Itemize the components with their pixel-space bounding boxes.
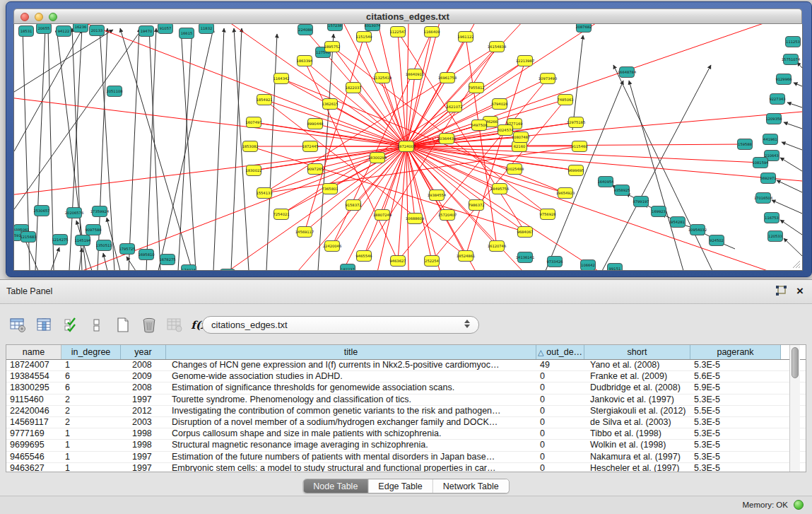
graph-node-label: 1122547 xyxy=(389,30,406,34)
column-header-out_de[interactable]: △out_de… xyxy=(536,345,584,359)
table-toolbar: f(x) xyxy=(10,313,210,338)
table-selector-value: citations_edges.txt xyxy=(211,320,288,330)
graph-node-label: 1621072 xyxy=(446,105,462,109)
graph-edge xyxy=(254,122,406,146)
graph-node-label: 9227343 xyxy=(769,97,785,101)
network-window[interactable]: citations_edges.txt 18531206559412216236… xyxy=(6,1,812,277)
table-row[interactable]: 2242004622012Investigating the contribut… xyxy=(6,406,806,417)
table-cell: 0 xyxy=(536,428,584,439)
network-window-titlebar[interactable]: citations_edges.txt xyxy=(13,8,802,24)
graph-node-label: 7485063 xyxy=(557,98,573,102)
table-cell: 2008 xyxy=(121,382,166,393)
graph-edge xyxy=(51,247,59,270)
column-header-pagerank[interactable]: pagerank xyxy=(690,345,781,359)
delete-table-icon-disabled[interactable] xyxy=(167,317,184,334)
memory-status-indicator xyxy=(794,500,804,510)
table-scrollbar[interactable] xyxy=(789,345,800,472)
float-panel-icon[interactable] xyxy=(775,285,788,298)
column-header-in_degree[interactable]: in_degree xyxy=(61,345,121,359)
table-cell: 1 xyxy=(61,440,121,450)
column-header-name[interactable]: name xyxy=(6,345,61,359)
graph-node-label: 16961758 xyxy=(438,76,457,80)
graph-node-label: 8799197 xyxy=(632,199,649,204)
graph-node[interactable] xyxy=(220,269,235,271)
new-column-icon[interactable] xyxy=(114,317,131,334)
show-columns-icon[interactable] xyxy=(36,317,53,334)
row-height-icon[interactable] xyxy=(88,317,105,334)
table-row[interactable]: 977716911998Corpus callosum shape and si… xyxy=(6,428,806,440)
table-cell: 9463627 xyxy=(6,463,61,472)
graph-node-label: 1145194 xyxy=(74,238,91,243)
table-row[interactable]: 911546021997Tourette syndrome. Phenomeno… xyxy=(6,395,806,406)
tab-network-table[interactable]: Network Table xyxy=(433,479,509,493)
table-row[interactable]: 1456911722003Disruption of a novel membe… xyxy=(6,417,806,428)
graph-node-label: 9158372 xyxy=(345,203,361,207)
graph-edge xyxy=(14,91,406,146)
table-row[interactable]: 946554611997Estimation of the future num… xyxy=(6,452,806,463)
resize-grip[interactable] xyxy=(791,259,801,269)
table-scrollbar-thumb[interactable] xyxy=(792,347,799,378)
select-rows-icon[interactable] xyxy=(62,317,79,334)
graph-node-label: 9358925 xyxy=(613,188,630,192)
status-bar: Memory: OK xyxy=(0,496,812,514)
table-cell: 2009 xyxy=(121,371,166,382)
table-cell: 0 xyxy=(536,406,584,416)
table-cell: 19384554 xyxy=(6,371,61,382)
graph-edge xyxy=(794,83,802,86)
table-cell: 18724007 xyxy=(6,360,61,370)
graph-node-label: 9115460 xyxy=(571,144,587,148)
graph-node-label: 210643 xyxy=(765,153,779,158)
graph-node-label: 11325419 xyxy=(373,76,392,80)
table-row[interactable]: 1830029562008Estimation of significance … xyxy=(6,382,806,394)
graph-node-label: 9129966 xyxy=(775,77,792,81)
table-cell: 9465546 xyxy=(6,452,61,462)
network-canvas[interactable]: 1853120655941221623620133194709105716615… xyxy=(13,24,803,271)
table-row[interactable]: 969969511998Structural magnetic resonanc… xyxy=(6,440,806,451)
graph-node-label: 18640910 xyxy=(406,72,424,76)
graph-edge xyxy=(780,158,802,171)
graph-node-label: 182237 xyxy=(341,267,355,270)
table-row[interactable]: 1872400712008Changes of HCN gene express… xyxy=(6,360,806,371)
graph-node-label: 62160 xyxy=(514,144,526,148)
graph-edge xyxy=(406,146,432,261)
graph-edge xyxy=(332,47,406,146)
graph-node-label: 11832 xyxy=(201,26,213,30)
graph-node-label: 10954032 xyxy=(688,228,707,232)
delete-column-icon[interactable] xyxy=(141,317,158,334)
graph-node-label: 18495756 xyxy=(490,187,509,191)
tab-node-table[interactable]: Node Table xyxy=(303,479,368,493)
table-cell: 18300295 xyxy=(6,382,61,393)
graph-node-label: 16648784 xyxy=(618,70,637,74)
close-panel-icon[interactable]: × xyxy=(796,285,804,298)
column-header-year[interactable]: year xyxy=(121,345,166,359)
table-cell: 1 xyxy=(61,452,121,462)
graph-edge xyxy=(14,146,406,201)
table-cell: 0 xyxy=(536,452,584,462)
graph-node-label: 1362615 xyxy=(322,102,338,106)
graph-node-label: 224088 xyxy=(298,28,312,32)
graph-node-label: 1166409 xyxy=(423,30,440,34)
column-header-short[interactable]: short xyxy=(584,345,690,359)
graph-node-label: 18531 xyxy=(20,29,33,33)
table-cell: 9115460 xyxy=(6,395,61,405)
graph-node-label: 1695810 xyxy=(138,252,154,257)
graph-node-label: 7254021 xyxy=(273,212,289,216)
tab-edge-table[interactable]: Edge Table xyxy=(368,479,433,493)
table-cell: 5.6E-5 xyxy=(690,371,781,382)
graph-node-label: 17359924 xyxy=(90,209,110,214)
table-selector-dropdown[interactable]: citations_edges.txt xyxy=(202,316,479,334)
table-cell: Dudbridge et al. (2008) xyxy=(584,382,690,393)
table-cell: 1998 xyxy=(121,440,166,450)
graph-node-label: 111253 xyxy=(786,40,800,44)
table-mode-icon[interactable] xyxy=(10,317,27,334)
table-row[interactable]: 946362711997Embryonic stem cells: a mode… xyxy=(6,463,806,472)
table-cell: Wolkin et al. (1998) xyxy=(584,440,690,450)
column-header-title[interactable]: title xyxy=(166,345,536,359)
graph-node-label: 16154838 xyxy=(488,45,506,49)
graph-node-label: 9756928 xyxy=(539,212,555,216)
graph-edge xyxy=(406,32,432,146)
table-row[interactable]: 1938455462009Genome-wide association stu… xyxy=(6,371,806,382)
graph-edge xyxy=(213,28,224,270)
table-cell: Tibbo et al. (1998) xyxy=(584,428,690,439)
table-cell: 5.3E-5 xyxy=(690,452,781,462)
